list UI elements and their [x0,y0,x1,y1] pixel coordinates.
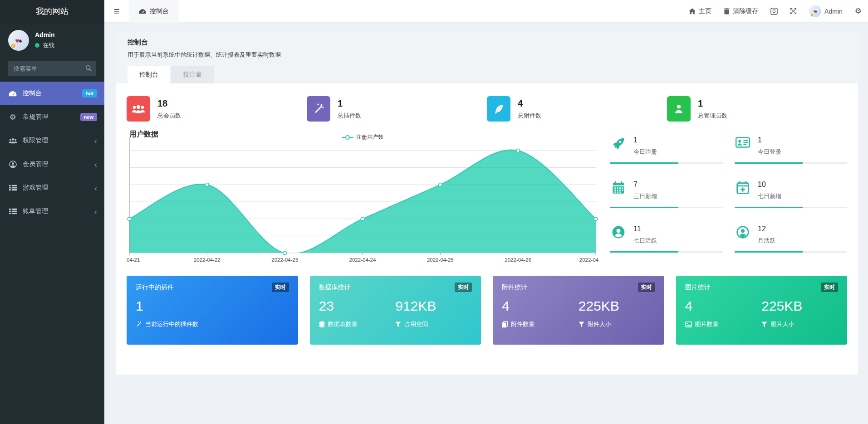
svg-text:2022-04-23: 2022-04-23 [271,257,298,263]
funnel-icon [761,322,767,327]
stats-row: 18 总会员数 1 总插件数 4 总附件数 [127,96,847,122]
quick-stat-7day-active: 11 七日活跃 [610,219,723,264]
chart-row: 用户数据 注册用户数 04-212022-04-222022-04-232022… [127,129,847,266]
quick-stat-month-active: 12 月活跃 [735,219,847,264]
card-image-stats: 图片统计 实时 4 225KB 图片数量 图片大小 [676,276,848,345]
quick-stat-value: 12 [758,225,775,233]
topbar-user-name: Admin [824,8,843,15]
legend-marker-icon [342,135,353,140]
quick-stat-label: 今日注册 [633,148,657,156]
user-solid-circle-icon [610,225,627,245]
quick-stats: 1 今日注册 1 今日登录 [610,129,847,266]
chart-legend[interactable]: 注册用户数 [342,133,383,141]
sidebar-item-bills[interactable]: 账单管理 ‹ [0,200,104,223]
home-icon [689,8,696,15]
chevron-left-icon: ‹ [94,184,97,192]
trash-icon [724,8,730,15]
magic-wand-icon [307,96,330,122]
quick-stat-today-logins: 1 今日登录 [735,131,847,175]
tab-dashboard[interactable]: 控制台 [128,66,170,83]
dashboard-panel: 18 总会员数 1 总插件数 4 总附件数 [116,83,858,375]
fullscreen-button[interactable] [790,8,797,15]
realtime-badge: 实时 [821,283,838,292]
card-value2: 225KB [761,298,838,314]
user-circle-icon [7,161,18,168]
page-subtitle: 用于展示当前系统中的统计数据、统计报表及重要实时数据 [128,51,846,59]
stat-label: 总附件数 [518,112,541,120]
stat-value: 1 [698,98,727,109]
search-input[interactable] [8,61,96,76]
page-header: 控制台 用于展示当前系统中的统计数据、统计报表及重要实时数据 控制台 投注量 [116,32,858,83]
funnel-icon [395,322,401,327]
card-title: 数据库统计 [319,283,351,292]
card-title: 附件统计 [502,283,527,292]
stat-label: 总管理员数 [698,112,727,120]
clear-cache-label: 清除缓存 [733,7,758,15]
quick-stat-value: 10 [758,180,781,189]
sidebar-item-members[interactable]: 会员管理 ‹ [0,152,104,176]
user-menu[interactable]: ♥♠ Admin [809,5,843,17]
menu-toggle-button[interactable]: ≡ [104,5,129,17]
svg-text:2022-04-22: 2022-04-22 [194,257,221,263]
language-button[interactable] [770,8,778,15]
sidebar-item-dashboard[interactable]: 控制台 hot [0,82,104,105]
copy-icon [502,321,508,328]
expand-icon [790,8,797,15]
chevron-left-icon: ‹ [94,136,97,145]
new-badge: new [80,113,97,121]
card-value2-label: 图片大小 [770,320,794,328]
gears-icon: ⚙ [7,113,18,121]
chevron-left-icon: ‹ [94,207,97,216]
menu-search [8,61,96,76]
topbar-tab-dashboard[interactable]: 控制台 [129,0,179,23]
chevron-left-icon: ‹ [94,160,97,169]
quick-stat-7day-new: 10 七日新增 [735,175,847,219]
stat-label: 总会员数 [157,112,181,120]
quick-stat-label: 今日登录 [758,148,781,156]
stat-total-plugins: 1 总插件数 [307,96,487,122]
calendar-plus-icon [735,180,751,200]
calendar-icon [610,180,627,200]
magic-wand-icon [136,321,142,327]
coin-icon [11,44,15,48]
chart-title: 用户数据 [129,130,158,139]
settings-button[interactable]: ⚙ [855,7,862,15]
card-title: 图片统计 [685,283,711,292]
stat-total-members: 18 总会员数 [127,96,307,122]
svg-text:2022-04-26: 2022-04-26 [505,257,531,263]
spade-suit-icon: ♠ [18,37,22,44]
clear-cache-button[interactable]: 清除缓存 [724,7,758,15]
brand-title: 我的网站 [0,0,104,23]
realtime-badge: 实时 [455,283,472,292]
sidebar: 我的网站 ♥♠ Admin 在线 控制台 hot ⚙ 常规管理 new [0,0,104,424]
divider [735,162,847,164]
divider [735,251,847,253]
user-name: Admin [35,31,55,39]
card-title: 运行中的插件 [136,283,174,292]
sidebar-item-label: 常规管理 [23,113,48,121]
sidebar-item-permissions[interactable]: 权限管理 ‹ [0,129,104,152]
image-icon [685,322,692,327]
sidebar-item-games[interactable]: 游戏管理 ‹ [0,176,104,200]
sidebar-item-label: 控制台 [23,89,42,97]
card-value2: 225KB [579,298,655,314]
page-tabs: 控制台 投注量 [128,66,846,83]
users-icon [127,96,150,122]
card-database-stats: 数据库统计 实时 23 912KB 数据表数量 占用空间 [310,276,481,345]
quick-stat-label: 七日新增 [758,192,781,200]
divider [610,207,723,208]
database-icon [319,321,325,328]
home-button[interactable]: 主页 [689,7,711,15]
divider [610,251,723,253]
card-value: 4 [502,298,579,314]
stat-value: 1 [338,98,361,109]
card-running-plugins: 运行中的插件 实时 1 当前运行中的插件数 [127,276,298,345]
sidebar-item-general[interactable]: ⚙ 常规管理 new [0,105,104,129]
rocket-icon [610,136,627,156]
sidebar-item-label: 账单管理 [23,207,48,215]
avatar: ♥♠ [809,5,821,17]
tab-bet-volume[interactable]: 投注量 [171,66,214,83]
users-icon [7,138,18,144]
quick-stat-today-registered: 1 今日注册 [610,131,723,175]
topbar-right: 主页 清除缓存 ♥♠ Admin ⚙ [689,5,868,17]
